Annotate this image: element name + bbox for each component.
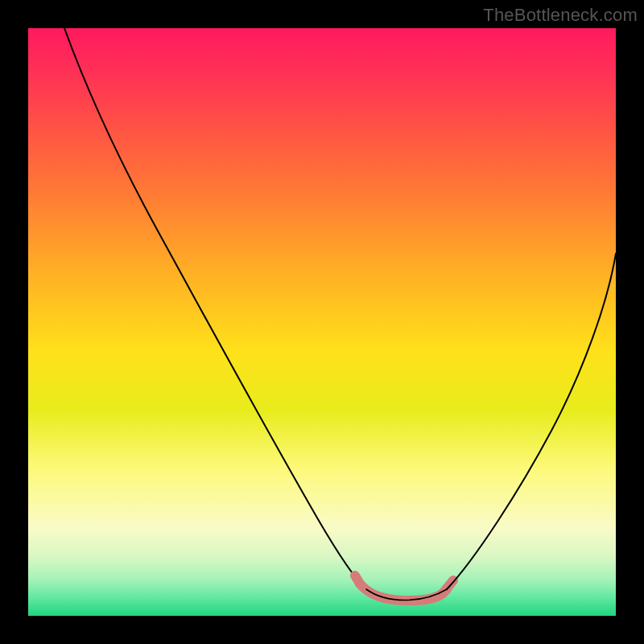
watermark-text: TheBottleneck.com [483,5,638,26]
chart-frame: TheBottleneck.com [0,0,644,644]
curve-left-branch [64,28,366,589]
optimal-zone-highlight [360,584,447,601]
optimal-zone-start-tick [355,576,360,584]
plot-area [28,28,616,616]
bottleneck-curve [28,28,616,616]
curve-right-branch [447,254,616,589]
